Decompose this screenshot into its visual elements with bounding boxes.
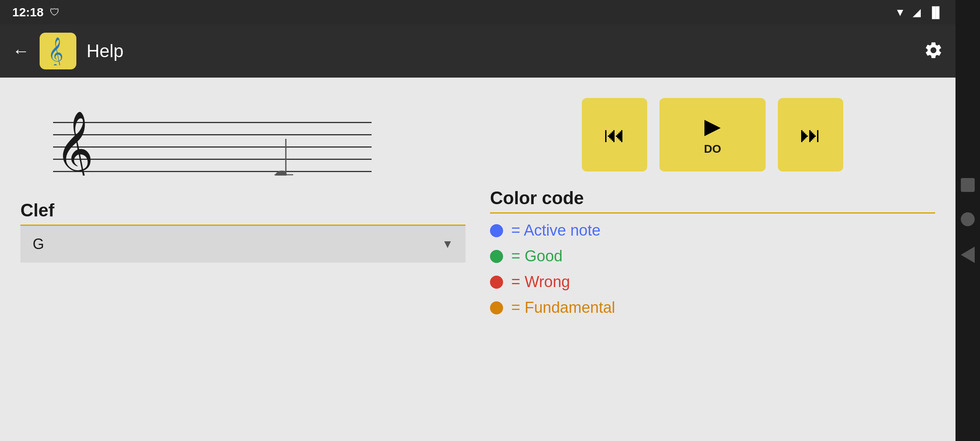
wrong-dot (490, 276, 503, 289)
list-item: = Fundamental (490, 299, 935, 316)
wrong-label: = Wrong (511, 273, 570, 291)
status-bar: 12:18 🛡 ▼ ◢ ▐▌ (0, 0, 956, 24)
settings-button[interactable] (924, 40, 943, 62)
fundamental-label: = Fundamental (511, 299, 615, 316)
active-note-dot (490, 224, 503, 237)
back-system-button[interactable] (961, 247, 975, 263)
recent-apps-button[interactable] (961, 178, 975, 192)
staff-area: 𝄞 (20, 94, 466, 184)
signal-icon: ◢ (913, 6, 921, 19)
list-item: = Wrong (490, 273, 935, 291)
status-time: 12:18 (12, 5, 44, 19)
clef-title: Clef (20, 200, 466, 220)
active-note-label: = Active note (511, 222, 601, 239)
shield-icon: 🛡 (50, 7, 60, 18)
system-sidebar (956, 0, 980, 441)
clef-section: Clef G ▼ (20, 200, 466, 263)
home-button[interactable] (961, 212, 975, 226)
play-icon: ▶ (704, 114, 721, 138)
note-label: DO (704, 143, 721, 156)
prev-button[interactable]: ⏮ (582, 98, 647, 172)
fundamental-dot (490, 301, 503, 314)
app-bar: ← 𝄞 Help (0, 24, 956, 78)
good-dot (490, 250, 503, 263)
good-label: = Good (511, 247, 563, 265)
left-panel: 𝄞 Clef G ▼ (20, 94, 466, 425)
main-content: 𝄞 Clef G ▼ (0, 78, 956, 441)
svg-text:𝄞: 𝄞 (48, 37, 63, 65)
clef-dropdown[interactable]: G ▼ (20, 226, 466, 263)
color-items-list: = Active note = Good = Wrong = Fundament… (490, 214, 935, 316)
next-button[interactable]: ⏭ (778, 98, 843, 172)
page-title: Help (87, 41, 124, 61)
color-code-title: Color code (490, 188, 935, 208)
next-icon: ⏭ (800, 122, 821, 147)
staff-notation: 𝄞 (20, 102, 388, 176)
clef-selected-value: G (33, 236, 44, 253)
list-item: = Active note (490, 222, 935, 239)
prev-icon: ⏮ (604, 122, 625, 147)
right-panel: ⏮ ▶ DO ⏭ Color code = Active note (490, 94, 935, 425)
playback-controls: ⏮ ▶ DO ⏭ (490, 94, 935, 172)
chevron-down-icon: ▼ (442, 238, 453, 251)
wifi-icon: ▼ (895, 6, 905, 19)
color-code-section: Color code = Active note = Good = Wrong (490, 188, 935, 316)
back-button[interactable]: ← (12, 41, 29, 61)
app-icon: 𝄞 (40, 33, 76, 69)
svg-text:𝄞: 𝄞 (55, 112, 94, 176)
settings-icon (924, 40, 943, 60)
battery-icon: ▐▌ (928, 6, 943, 19)
play-button[interactable]: ▶ DO (659, 98, 766, 172)
list-item: = Good (490, 247, 935, 265)
